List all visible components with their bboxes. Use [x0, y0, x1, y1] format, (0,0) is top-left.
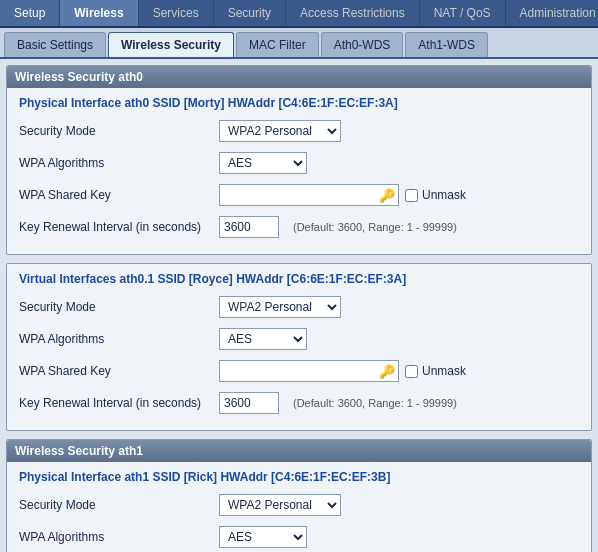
- nav-tab-services[interactable]: Services: [139, 0, 214, 26]
- select-security-mode-ath1[interactable]: WPA2 Personal WPA Personal WPA2 Enterpri…: [219, 494, 341, 516]
- form-row-security-mode-ath0: Security Mode WPA2 Personal WPA Personal…: [19, 118, 579, 144]
- interface-ath0-title: Physical Interface ath0 SSID [Morty] HWA…: [19, 96, 579, 110]
- label-key-renewal-ath0-1: Key Renewal Interval (in seconds): [19, 396, 219, 410]
- form-row-security-mode-ath0-1: Security Mode WPA2 Personal WPA Personal…: [19, 294, 579, 320]
- wpa-key-input-wrapper-ath0-1: 🔑: [219, 360, 399, 382]
- sub-tab-mac-filter[interactable]: MAC Filter: [236, 32, 319, 57]
- section-ath0-header: Wireless Security ath0: [7, 66, 591, 88]
- control-key-renewal-ath0-1: (Default: 3600, Range: 1 - 99999): [219, 392, 457, 414]
- select-security-mode-ath0[interactable]: WPA2 Personal WPA Personal WPA2 Enterpri…: [219, 120, 341, 142]
- interface-ath0-1-title: Virtual Interfaces ath0.1 SSID [Royce] H…: [19, 272, 579, 286]
- form-row-key-renewal-ath0: Key Renewal Interval (in seconds) (Defau…: [19, 214, 579, 240]
- nav-tab-setup[interactable]: Setup: [0, 0, 60, 26]
- label-unmask-ath0: Unmask: [422, 188, 466, 202]
- control-security-mode-ath0: WPA2 Personal WPA Personal WPA2 Enterpri…: [219, 120, 341, 142]
- select-wpa-algo-ath0[interactable]: AES TKIP TKIP+AES: [219, 152, 307, 174]
- nav-tab-administration[interactable]: Administration: [506, 0, 598, 26]
- label-security-mode-ath1: Security Mode: [19, 498, 219, 512]
- label-security-mode-ath0-1: Security Mode: [19, 300, 219, 314]
- label-wpa-algo-ath0-1: WPA Algorithms: [19, 332, 219, 346]
- form-row-wpa-algo-ath1: WPA Algorithms AES TKIP TKIP+AES: [19, 524, 579, 550]
- nav-tab-access-restrictions[interactable]: Access Restrictions: [286, 0, 420, 26]
- nav-tab-nat-qos[interactable]: NAT / QoS: [420, 0, 506, 26]
- section-ath1-header: Wireless Security ath1: [7, 440, 591, 462]
- wpa-key-input-wrapper-ath0: 🔑: [219, 184, 399, 206]
- section-ath1: Wireless Security ath1 Physical Interfac…: [6, 439, 592, 552]
- control-key-renewal-ath0: (Default: 3600, Range: 1 - 99999): [219, 216, 457, 238]
- checkbox-unmask-ath0[interactable]: [405, 189, 418, 202]
- top-navigation: Setup Wireless Services Security Access …: [0, 0, 598, 28]
- interface-ath1-title: Physical Interface ath1 SSID [Rick] HWAd…: [19, 470, 579, 484]
- section-ath0: Wireless Security ath0 Physical Interfac…: [6, 65, 592, 255]
- interface-ath1-physical: Physical Interface ath1 SSID [Rick] HWAd…: [7, 462, 591, 552]
- control-wpa-algo-ath0: AES TKIP TKIP+AES: [219, 152, 307, 174]
- sub-navigation: Basic Settings Wireless Security MAC Fil…: [0, 28, 598, 59]
- form-row-wpa-algo-ath0-1: WPA Algorithms AES TKIP TKIP+AES: [19, 326, 579, 352]
- input-wpa-key-ath0-1[interactable]: [219, 360, 399, 382]
- form-row-wpa-algo-ath0: WPA Algorithms AES TKIP TKIP+AES: [19, 150, 579, 176]
- form-row-key-renewal-ath0-1: Key Renewal Interval (in seconds) (Defau…: [19, 390, 579, 416]
- unmask-row-ath0: Unmask: [405, 188, 466, 202]
- sub-tab-wireless-security[interactable]: Wireless Security: [108, 32, 234, 57]
- unmask-row-ath0-1: Unmask: [405, 364, 466, 378]
- label-wpa-algo-ath0: WPA Algorithms: [19, 156, 219, 170]
- input-key-renewal-ath0-1[interactable]: [219, 392, 279, 414]
- label-wpa-algo-ath1: WPA Algorithms: [19, 530, 219, 544]
- sub-tab-ath0-wds[interactable]: Ath0-WDS: [321, 32, 404, 57]
- select-wpa-algo-ath0-1[interactable]: AES TKIP TKIP+AES: [219, 328, 307, 350]
- form-row-security-mode-ath1: Security Mode WPA2 Personal WPA Personal…: [19, 492, 579, 518]
- select-security-mode-ath0-1[interactable]: WPA2 Personal WPA Personal WPA2 Enterpri…: [219, 296, 341, 318]
- control-wpa-algo-ath1: AES TKIP TKIP+AES: [219, 526, 307, 548]
- control-wpa-key-ath0: 🔑 Unmask: [219, 184, 466, 206]
- control-wpa-algo-ath0-1: AES TKIP TKIP+AES: [219, 328, 307, 350]
- sub-tab-basic-settings[interactable]: Basic Settings: [4, 32, 106, 57]
- form-row-wpa-key-ath0: WPA Shared Key 🔑 Unmask: [19, 182, 579, 208]
- form-row-wpa-key-ath0-1: WPA Shared Key 🔑 Unmask: [19, 358, 579, 384]
- label-wpa-key-ath0-1: WPA Shared Key: [19, 364, 219, 378]
- sub-tab-ath1-wds[interactable]: Ath1-WDS: [405, 32, 488, 57]
- control-security-mode-ath1: WPA2 Personal WPA Personal WPA2 Enterpri…: [219, 494, 341, 516]
- label-key-renewal-ath0: Key Renewal Interval (in seconds): [19, 220, 219, 234]
- control-wpa-key-ath0-1: 🔑 Unmask: [219, 360, 466, 382]
- nav-tab-wireless[interactable]: Wireless: [60, 0, 138, 26]
- label-unmask-ath0-1: Unmask: [422, 364, 466, 378]
- label-security-mode-ath0: Security Mode: [19, 124, 219, 138]
- input-wpa-key-ath0[interactable]: [219, 184, 399, 206]
- checkbox-unmask-ath0-1[interactable]: [405, 365, 418, 378]
- main-content: Wireless Security ath0 Physical Interfac…: [0, 59, 598, 552]
- control-security-mode-ath0-1: WPA2 Personal WPA Personal WPA2 Enterpri…: [219, 296, 341, 318]
- input-key-renewal-ath0[interactable]: [219, 216, 279, 238]
- interface-ath0-physical: Physical Interface ath0 SSID [Morty] HWA…: [7, 88, 591, 254]
- section-ath0-virtual: Virtual Interfaces ath0.1 SSID [Royce] H…: [6, 263, 592, 431]
- select-wpa-algo-ath1[interactable]: AES TKIP TKIP+AES: [219, 526, 307, 548]
- nav-tab-security[interactable]: Security: [214, 0, 286, 26]
- interface-ath0-virtual: Virtual Interfaces ath0.1 SSID [Royce] H…: [7, 264, 591, 430]
- hint-key-renewal-ath0: (Default: 3600, Range: 1 - 99999): [293, 221, 457, 233]
- label-wpa-key-ath0: WPA Shared Key: [19, 188, 219, 202]
- hint-key-renewal-ath0-1: (Default: 3600, Range: 1 - 99999): [293, 397, 457, 409]
